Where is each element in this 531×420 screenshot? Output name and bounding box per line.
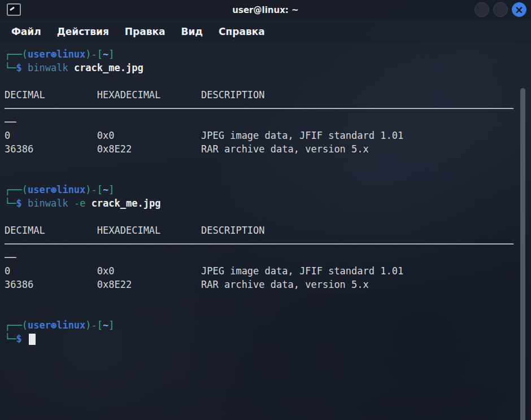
menu-help[interactable]: Справка	[219, 26, 265, 37]
terminal-text-segment: ──	[5, 252, 16, 263]
terminal-text-segment: 0 0x0 JPEG image data, JFIF standard 1.0…	[5, 265, 403, 277]
terminal-line: 0 0x0 JPEG image data, JFIF standard 1.0…	[5, 129, 524, 142]
terminal-text-segment: crack_me.jpg	[92, 198, 161, 209]
menu-actions[interactable]: Действия	[57, 26, 109, 37]
minimize-button[interactable]	[475, 2, 489, 17]
terminal-text-segment: ──	[5, 116, 16, 128]
terminal-text-segment: linux	[56, 49, 85, 60]
terminal-text-segment: linux	[56, 320, 85, 331]
terminal-text-segment: └─	[5, 333, 16, 344]
terminal-text-segment: ┌──(	[5, 184, 28, 195]
terminal-text-segment: $	[16, 62, 21, 73]
terminal-line: ┌──(user⊛linux)-[~]	[5, 47, 524, 61]
terminal-line: DECIMAL HEXADECIMAL DESCRIPTION	[5, 88, 524, 102]
terminal-line: ┌──(user⊛linux)-[~]	[5, 318, 524, 332]
terminal-line: └─$	[5, 332, 524, 345]
menu-bar: Файл Действия Правка Вид Справка	[0, 20, 531, 43]
terminal-text-segment: binwalk	[28, 198, 68, 209]
menu-view[interactable]: Вид	[181, 26, 203, 37]
scrollbar-track[interactable]	[523, 43, 531, 420]
terminal-text-segment: ────────────────────────────────────────…	[5, 103, 513, 114]
terminal-text-segment: user	[28, 320, 51, 331]
terminal-text-segment: -e	[74, 198, 85, 209]
terminal-text-segment: 0 0x0 JPEG image data, JFIF standard 1.0…	[5, 130, 403, 141]
terminal-text-segment: 36386 0x8E22 RAR archive data, version 5…	[5, 279, 369, 290]
terminal-text-segment: binwalk	[28, 62, 68, 73]
terminal-line	[5, 291, 524, 305]
terminal-text-segment	[22, 62, 28, 73]
terminal-text-segment: ⊛	[51, 184, 56, 195]
terminal-line: ────────────────────────────────────────…	[5, 237, 524, 251]
terminal-line: DECIMAL HEXADECIMAL DESCRIPTION	[5, 224, 524, 237]
window-controls: ×	[475, 2, 526, 17]
terminal-text-segment: linux	[56, 184, 85, 195]
terminal-text-segment: ┌──(	[5, 320, 28, 331]
title-bar[interactable]: user@linux: ~ ×	[0, 0, 531, 20]
terminal-line	[5, 156, 524, 169]
terminal-line: └─$ binwalk crack_me.jpg	[5, 61, 524, 75]
terminal-text-segment: )-[	[85, 320, 103, 331]
terminal-text-segment	[85, 198, 91, 209]
menu-file[interactable]: Файл	[11, 26, 41, 37]
terminal-text-segment: ┌──(	[5, 49, 28, 60]
terminal-text-segment: )-[	[85, 184, 103, 195]
terminal-text-segment: ────────────────────────────────────────…	[5, 238, 513, 250]
terminal-line	[5, 305, 524, 318]
terminal-line	[5, 169, 524, 183]
terminal-line: 36386 0x8E22 RAR archive data, version 5…	[5, 278, 524, 291]
terminal-text-segment: ~	[103, 320, 108, 331]
terminal-output[interactable]: ┌──(user⊛linux)-[~]└─$ binwalk crack_me.…	[0, 43, 524, 420]
terminal-text-segment: ⊛	[51, 320, 56, 331]
terminal-text-segment: DECIMAL HEXADECIMAL DESCRIPTION	[5, 225, 265, 236]
terminal-text-segment: user	[28, 184, 51, 195]
terminal-line: ────────────────────────────────────────…	[5, 102, 524, 115]
terminal-line	[5, 210, 524, 224]
terminal-text-segment	[22, 333, 28, 344]
terminal-line: 0 0x0 JPEG image data, JFIF standard 1.0…	[5, 264, 524, 278]
terminal-text-segment: ~	[103, 184, 108, 195]
terminal-text-segment: )-[	[85, 49, 103, 60]
close-button[interactable]: ×	[512, 2, 526, 17]
terminal-text-segment: ]	[108, 49, 114, 60]
terminal-text-segment: user	[28, 49, 51, 60]
terminal-text-segment: ]	[108, 320, 114, 331]
terminal-line: ┌──(user⊛linux)-[~]	[5, 183, 524, 196]
terminal-text-segment: └─	[5, 198, 16, 209]
terminal-line: 36386 0x8E22 RAR archive data, version 5…	[5, 142, 524, 156]
terminal-text-segment: ~	[103, 49, 108, 60]
terminal-text-segment: ]	[108, 184, 114, 195]
terminal-line: └─$ binwalk -e crack_me.jpg	[5, 196, 524, 210]
terminal-text-segment: ⊛	[51, 49, 56, 60]
terminal-text-segment: $	[16, 198, 21, 209]
terminal-text-segment	[22, 198, 28, 209]
maximize-button[interactable]	[493, 2, 508, 17]
terminal-text-segment: crack_me.jpg	[74, 62, 143, 73]
window-title: user@linux: ~	[0, 0, 531, 20]
terminal-line: ──	[5, 251, 524, 264]
terminal-line	[5, 75, 524, 88]
terminal-text-segment: 36386 0x8E22 RAR archive data, version 5…	[5, 143, 369, 155]
terminal-text-segment	[68, 62, 74, 73]
terminal-text-segment: DECIMAL HEXADECIMAL DESCRIPTION	[5, 89, 265, 100]
terminal-text-segment	[68, 198, 74, 209]
scrollbar-thumb[interactable]	[520, 88, 525, 420]
terminal-text-segment: $	[16, 333, 21, 344]
menu-edit[interactable]: Правка	[125, 26, 166, 37]
terminal-window: { "window": { "title": "user@linux: ~", …	[0, 0, 531, 420]
terminal-line: ──	[5, 115, 524, 129]
terminal-text-segment: └─	[5, 62, 16, 73]
text-cursor	[29, 334, 36, 345]
